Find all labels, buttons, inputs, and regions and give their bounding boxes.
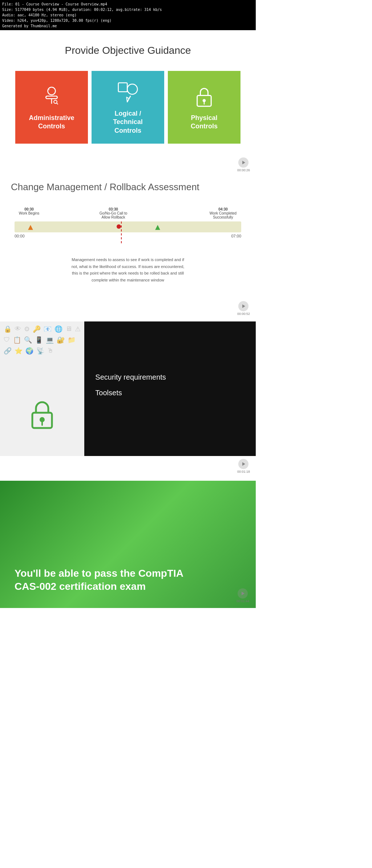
section-objective-guidance: Provide Objective Guidance Administrativ… (0, 30, 256, 155)
physical-lock-icon (191, 84, 217, 109)
svg-marker-12 (242, 161, 245, 164)
admin-icon (39, 84, 64, 109)
deco-icon: 📁 (68, 336, 76, 344)
svg-marker-20 (242, 462, 245, 466)
deco-icon: 📧 (44, 325, 52, 333)
file-info-line3: Audio: aac, 44100 Hz, stereo (eng) (2, 12, 254, 18)
file-info-line2: Size: 5177049 bytes (4.94 MiB), duration… (2, 7, 254, 12)
section-security-requirements: 🔒 👁 ⚙ 🔑 📧 🌐 🖥 ⚠ 🛡 📋 🔍 📱 💻 🔐 📁 🔗 ⭐ 🌍 📡 (0, 318, 256, 481)
timestamp-badge-1: 00:00:26 (234, 155, 254, 174)
play-icon-2 (238, 301, 248, 311)
section3-inner: 🔒 👁 ⚙ 🔑 📧 🌐 🖥 ⚠ 🛡 📋 🔍 📱 💻 🔐 📁 🔗 ⭐ 🌍 📡 (0, 321, 256, 456)
admin-controls-card: AdministrativeControls (15, 71, 88, 144)
timeline-note: Management needs to assess to see if wor… (11, 256, 245, 284)
deco-icon: ⚙ (24, 325, 30, 333)
deco-icon: 📡 (36, 347, 44, 355)
logical-icon (115, 80, 141, 105)
svg-rect-1 (46, 96, 57, 99)
section2-title: Change Management / Rollback Assessment (11, 181, 245, 193)
deco-icon: 🔐 (57, 336, 65, 344)
svg-point-14 (117, 224, 121, 229)
file-info-line5: Generated by Thumbnail.me (2, 23, 254, 29)
timestamp-row-2: 00:00:52 (0, 298, 256, 318)
tl-label-0030: 00:30 Work Begins (15, 207, 44, 219)
timeline-bar (15, 221, 241, 232)
svg-point-18 (40, 417, 45, 422)
deco-icon: 💻 (46, 336, 54, 344)
section-comptia: You'll be able to pass the CompTIA CAS-0… (0, 481, 256, 608)
svg-point-7 (127, 84, 137, 94)
svg-marker-15 (155, 225, 160, 230)
icon-pattern: 🔒 👁 ⚙ 🔑 📧 🌐 🖥 ⚠ 🛡 📋 🔍 📱 💻 🔐 📁 🔗 ⭐ 🌍 📡 (0, 321, 84, 456)
svg-rect-6 (118, 83, 128, 92)
play-icon-3 (238, 459, 248, 469)
timestamp-badge-3: 00:01:18 (234, 456, 254, 476)
security-requirements-item: Security requirements (95, 373, 245, 381)
timestamp-row-3: 00:01:18 (0, 456, 256, 477)
file-info-line4: Video: h264, yuv420p, 1280x720, 30.00 fp… (2, 18, 254, 23)
timestamp-badge-2: 00:00:52 (234, 298, 254, 318)
tl-label-0330: 03:30 Go/No-Go Call to Allow Rollback (95, 207, 132, 219)
tl-start-time: 00:00 (15, 234, 25, 238)
svg-line-4 (57, 103, 58, 104)
section4-text: You'll be able to pass the CompTIA CAS-0… (15, 567, 196, 593)
svg-point-0 (48, 87, 56, 95)
toolsets-item: Toolsets (95, 389, 245, 397)
svg-marker-16 (242, 304, 245, 308)
timestamp-text-4: 00:01:44 (236, 599, 249, 603)
tl-dashed-line (121, 221, 122, 243)
deco-icon: 🌐 (54, 325, 62, 333)
tl-marker-orange (28, 225, 33, 232)
timestamp-row-1: 00:00:26 (0, 155, 256, 174)
file-info-line1: File: 01 - Course Overview - Course Over… (2, 1, 254, 7)
svg-line-8 (127, 96, 130, 102)
deco-icon: 👁 (15, 325, 21, 333)
logical-controls-card: Logical /Technical Controls (92, 71, 164, 144)
physical-controls-card: PhysicalControls (168, 71, 240, 144)
section1-title: Provide Objective Guidance (7, 45, 248, 56)
section3-left-panel: 🔒 👁 ⚙ 🔑 📧 🌐 🖥 ⚠ 🛡 📋 🔍 📱 💻 🔐 📁 🔗 ⭐ 🌍 📡 (0, 321, 84, 456)
timestamp-badge-4: 00:01:44 (233, 585, 253, 605)
timeline-area: 00:30 Work Begins 03:30 Go/No-Go Call to… (11, 204, 245, 287)
deco-icon: 🛡 (4, 336, 10, 344)
logical-label: Logical /Technical Controls (99, 109, 157, 135)
svg-marker-21 (242, 592, 244, 595)
timeline-ends: 00:00 07:00 (15, 234, 241, 238)
timestamp-text-1: 00:00:26 (237, 168, 250, 172)
timestamp-text-3: 00:01:18 (237, 470, 250, 473)
section3-right-panel: Security requirements Toolsets (84, 321, 256, 456)
deco-icon: 🌍 (25, 347, 33, 355)
tl-marker-red (117, 224, 121, 230)
deco-icon: 🔑 (33, 325, 41, 333)
svg-point-5 (48, 89, 50, 91)
deco-icon: 🔍 (24, 336, 32, 344)
big-lock-icon (29, 400, 55, 434)
svg-marker-13 (28, 225, 33, 230)
deco-icon: ⚠ (75, 325, 81, 333)
timestamp-text-2: 00:00:52 (237, 312, 250, 316)
deco-icon: ⭐ (15, 347, 23, 355)
file-info-bar: File: 01 - Course Overview - Course Over… (0, 0, 256, 30)
play-icon-1 (238, 157, 248, 168)
physical-label: PhysicalControls (191, 114, 218, 131)
section-change-management: Change Management / Rollback Assessment … (0, 174, 256, 298)
svg-point-3 (54, 100, 57, 103)
play-icon-4 (238, 588, 248, 599)
tl-end-time: 07:00 (231, 234, 241, 238)
deco-icon: 📱 (35, 336, 43, 344)
tl-label-0430: 04:30 Work Completed Successfully (205, 207, 241, 219)
controls-grid: AdministrativeControls Logical /Technica… (7, 71, 248, 144)
deco-icon: 🖱 (47, 347, 54, 355)
tl-marker-green (155, 225, 160, 232)
deco-icon: 📋 (13, 336, 21, 344)
deco-icon: 🖥 (65, 325, 72, 333)
deco-icon: 🔒 (4, 325, 12, 333)
timestamp-row-4: 00:01:44 (233, 585, 253, 605)
deco-icon: 🔗 (4, 347, 12, 355)
admin-label: AdministrativeControls (29, 114, 74, 131)
